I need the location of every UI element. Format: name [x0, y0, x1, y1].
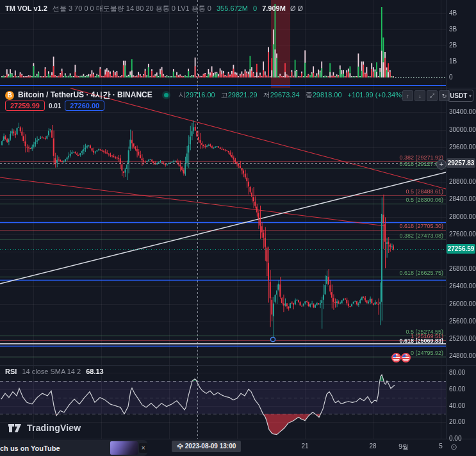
volume-axis-label: 4B: [449, 10, 457, 17]
rsi-value: 68.13: [86, 368, 104, 375]
fib-level-label: 0.382 (29271.92): [399, 154, 443, 161]
rsi-axis-label: 80.00: [449, 369, 465, 376]
price-axis-label: 26000.00: [449, 300, 476, 307]
tradingview-logo-text: TradingView: [27, 423, 81, 433]
fib-level-label: 0.382 (27473.08): [399, 232, 443, 239]
price-axis-label: 28400.00: [449, 195, 476, 202]
fib-level-label: 0 (24795.92): [411, 350, 443, 356]
chevron-down-icon: ▾: [469, 94, 472, 99]
currency-unit-dropdown[interactable]: USDT ▾: [448, 90, 473, 102]
pane-maximize-button[interactable]: ⤢: [427, 90, 438, 101]
volume-indicator-params: 선물 3 70 0 0 매도물량 14 80 20 용통 0 LV1 용통 0: [53, 4, 211, 12]
close-value: 29818.00: [313, 91, 342, 99]
volume-value-suffix: Ø Ø: [290, 4, 303, 12]
price-axis-label: 28800.00: [449, 178, 476, 185]
price-axis-label: 24800.00: [449, 352, 476, 359]
volume-axis-label: 0: [449, 74, 453, 81]
time-axis-label: 28: [363, 443, 382, 450]
close-label: 종: [306, 91, 313, 99]
volume-axis-label: 1B: [449, 58, 457, 65]
price-axis-label: 25200.00: [449, 335, 476, 342]
price-axis-label: 26400.00: [449, 282, 476, 289]
youtube-toast[interactable]: ch us on YouTube ×: [0, 440, 147, 456]
volume-indicator-legend[interactable]: TM VOL v1.2 선물 3 70 0 0 매도물량 14 80 20 용통…: [5, 4, 303, 13]
symbol-legend[interactable]: B Bitcoin / TetherUS · 4시간 · BINANCE 시29…: [5, 90, 404, 101]
fib-level-label: 0.618 (26625.75): [399, 270, 443, 276]
video-thumbnail[interactable]: [110, 441, 138, 455]
volume-indicator-title: TM VOL v1.2: [5, 4, 47, 12]
pane-move-down-button[interactable]: ↓: [414, 90, 425, 101]
time-axis-label: 9월: [394, 443, 413, 452]
fib-level-label: 0.618 (27705.30): [399, 223, 443, 229]
price-axis-label: 30400.00: [449, 108, 476, 115]
rsi-axis-label: 20.00: [449, 418, 465, 425]
price-axis-label: 27600.00: [449, 231, 476, 238]
fib-level-label: 0.618 (25069.83): [399, 338, 443, 344]
rsi-axis-label: 0.00: [449, 435, 461, 442]
fib-level-label: 0.5 (28488.61): [406, 188, 443, 195]
time-axis-label: 5: [431, 443, 450, 450]
rsi-title: RSI: [5, 368, 17, 375]
bitcoin-icon: B: [5, 91, 14, 100]
tradingview-chart-window: TM VOL v1.2 선물 3 70 0 0 매도물량 14 80 20 용통…: [0, 0, 476, 456]
price-axis-label: 29600.00: [449, 143, 476, 151]
tradingview-logo-icon: [8, 423, 22, 432]
fib-level-label: 0.5 (28300.06): [406, 197, 443, 203]
low-label: 저: [263, 91, 270, 99]
volume-value-green-2: 0: [253, 4, 257, 12]
change-value: +101.99 (+0.34%): [348, 91, 404, 99]
price-axis-label: 26800.00: [449, 265, 476, 272]
open-value: 29716.00: [186, 91, 215, 99]
volume-axis-label: 3B: [449, 26, 457, 33]
low-value: 29673.34: [270, 91, 300, 99]
pane-controls: ↑ ↓ ⤢ ↻: [402, 90, 450, 101]
youtube-toast-message: ch us on YouTube: [0, 444, 60, 452]
volume-axis-label: 2B: [449, 42, 457, 49]
price-axis-label: 28000.00: [449, 213, 476, 220]
rsi-params: 14 close SMA 14 2: [22, 368, 81, 375]
price-axis-label: 30000.00: [449, 126, 476, 133]
volume-value-green: 355.672M: [217, 4, 248, 12]
crosshair-time-label: 수 2023-08-09 13:00: [172, 441, 241, 452]
price-axis-label: 25600.00: [449, 318, 476, 325]
quote-row: 27259.99 0.01 27260.00: [5, 101, 104, 111]
rsi-indicator-legend[interactable]: RSI 14 close SMA 14 2 68.13: [5, 368, 104, 375]
economic-event-flag-icon[interactable]: [401, 353, 411, 362]
currency-unit-label: USDT: [450, 92, 467, 99]
ohlc-values: 시29716.00 고29821.29 저29673.34 종29818.00 …: [175, 90, 404, 100]
tradingview-logo[interactable]: TradingView: [8, 423, 81, 433]
last-price-label: 27256.59: [447, 244, 475, 254]
session-clock-icon[interactable]: ⊙: [450, 442, 457, 452]
symbol-title[interactable]: Bitcoin / TetherUS · 4시간 · BINANCE: [18, 90, 152, 101]
market-open-dot-icon: [164, 93, 168, 97]
high-value: 29821.29: [228, 91, 258, 99]
economic-event-flag-icon[interactable]: [391, 353, 401, 362]
pane-move-up-button[interactable]: ↑: [402, 90, 413, 101]
sell-bid-button[interactable]: 27259.99: [5, 101, 45, 111]
spread-value: 0.01: [49, 102, 61, 110]
time-axis-label: 21: [295, 443, 315, 450]
volume-value-white: 7.909M: [262, 4, 286, 12]
add-alert-plus-icon[interactable]: +: [436, 159, 447, 170]
rsi-axis-label: 60.00: [449, 386, 465, 393]
rsi-axis-label: 40.00: [449, 402, 465, 409]
crosshair-price-label: 29257.83: [447, 158, 475, 168]
buy-ask-button[interactable]: 27260.00: [65, 101, 104, 111]
high-label: 고: [221, 91, 228, 99]
close-icon[interactable]: ×: [139, 443, 147, 453]
open-label: 시: [179, 91, 186, 99]
